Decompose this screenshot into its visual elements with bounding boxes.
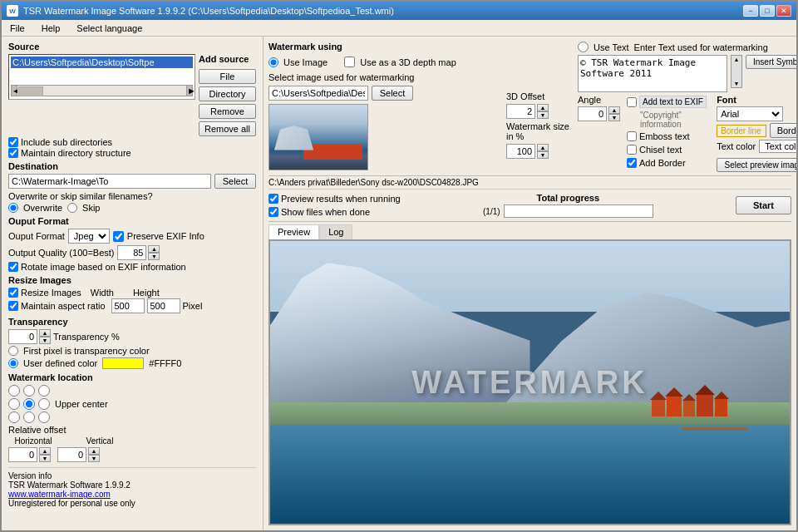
horizontal-spinner-buttons: ▲ ▼ bbox=[39, 447, 51, 462]
image-path-input[interactable] bbox=[268, 86, 368, 101]
use-text-radio[interactable] bbox=[578, 42, 589, 52]
loc-br[interactable] bbox=[38, 411, 50, 423]
loc-mr[interactable] bbox=[38, 398, 50, 410]
remove-all-button[interactable]: Remove all bbox=[199, 121, 256, 136]
maintain-structure-checkbox[interactable] bbox=[8, 148, 18, 158]
emboss-checkbox[interactable] bbox=[627, 131, 637, 141]
wm-size-input[interactable] bbox=[506, 144, 535, 159]
quality-row: Output Quality (100=Best) ▲ ▼ bbox=[8, 245, 256, 260]
use-image-radio[interactable] bbox=[268, 57, 278, 67]
progress-bar-row: (1/1) bbox=[483, 204, 653, 218]
insert-symbol-button[interactable]: Insert Symbol bbox=[746, 55, 796, 69]
vertical-input[interactable] bbox=[57, 447, 86, 462]
select-image-label: Select image used for watermarking bbox=[268, 72, 501, 82]
select-preview-button[interactable]: Select preview image bbox=[717, 158, 796, 172]
transparency-down-button[interactable]: ▼ bbox=[39, 337, 51, 344]
remove-button[interactable]: Remove bbox=[199, 104, 256, 119]
border-button[interactable]: Border bbox=[770, 123, 796, 138]
resize-checkbox[interactable] bbox=[8, 288, 18, 298]
horizontal-down[interactable]: ▼ bbox=[39, 455, 51, 462]
vertical-down[interactable]: ▼ bbox=[88, 455, 100, 462]
scroll-up[interactable]: ▲ bbox=[734, 57, 740, 62]
quality-input[interactable] bbox=[117, 245, 146, 260]
loc-bl[interactable] bbox=[8, 411, 20, 423]
font-select[interactable]: Arial Times New Roman bbox=[717, 106, 783, 121]
loc-bc[interactable] bbox=[23, 411, 35, 423]
show-done-checkbox[interactable] bbox=[268, 207, 278, 217]
destination-select-button[interactable]: Select bbox=[214, 174, 256, 189]
3d-offset-up[interactable]: ▲ bbox=[537, 104, 549, 111]
destination-input[interactable] bbox=[8, 174, 211, 189]
skip-radio[interactable] bbox=[67, 203, 77, 213]
color-swatch[interactable] bbox=[102, 357, 144, 369]
format-select[interactable]: Jpeg PNG BMP bbox=[68, 229, 110, 244]
preview-tabs: Preview Log bbox=[268, 224, 791, 239]
menu-help[interactable]: Help bbox=[38, 22, 64, 34]
angle-down[interactable]: ▼ bbox=[608, 114, 620, 121]
angle-up[interactable]: ▲ bbox=[608, 106, 620, 114]
preview-running-checkbox[interactable] bbox=[268, 194, 278, 204]
loc-ml[interactable] bbox=[8, 398, 20, 410]
minimize-button[interactable]: − bbox=[743, 5, 758, 17]
maximize-button[interactable]: □ bbox=[760, 5, 775, 17]
transparency-up-button[interactable]: ▲ bbox=[39, 329, 51, 337]
3d-offset-input[interactable] bbox=[506, 104, 535, 119]
wm-size-down[interactable]: ▼ bbox=[537, 151, 549, 159]
loc-mc[interactable] bbox=[23, 398, 35, 410]
scrollbar-left[interactable]: ◄ bbox=[11, 85, 17, 96]
wm-size-up[interactable]: ▲ bbox=[537, 144, 549, 151]
3d-offset-down[interactable]: ▼ bbox=[537, 111, 549, 119]
upper-center-label: Upper center bbox=[55, 399, 108, 409]
title-bar-buttons: − □ ✕ bbox=[743, 5, 791, 17]
quality-up-button[interactable]: ▲ bbox=[148, 245, 160, 253]
rotate-checkbox[interactable] bbox=[8, 262, 18, 272]
3d-depth-checkbox[interactable] bbox=[344, 57, 355, 67]
file-button[interactable]: File bbox=[199, 69, 256, 84]
horizontal-up[interactable]: ▲ bbox=[39, 447, 51, 455]
maintain-structure-label: Maintain directory structure bbox=[21, 148, 131, 158]
select-image-button[interactable]: Select bbox=[372, 86, 413, 101]
quality-down-button[interactable]: ▼ bbox=[148, 253, 160, 260]
source-selected-item[interactable]: C:\Users\Softpedia\Desktop\Softpe bbox=[11, 57, 193, 68]
website-link[interactable]: www.watermark-image.com bbox=[8, 490, 256, 499]
close-button[interactable]: ✕ bbox=[776, 5, 791, 17]
loc-tl[interactable] bbox=[8, 385, 20, 397]
transparency-input[interactable] bbox=[8, 329, 37, 344]
horizontal-input[interactable] bbox=[8, 447, 37, 462]
text-color-button[interactable]: Text color bbox=[759, 140, 796, 153]
watermark-text-input[interactable]: © TSR Watermark Image Software 2011 bbox=[578, 55, 727, 92]
maintain-ratio-checkbox[interactable] bbox=[8, 301, 18, 311]
add-exif-checkbox[interactable] bbox=[627, 97, 637, 107]
scrollbar-track[interactable] bbox=[17, 85, 186, 96]
scrollbar-right[interactable]: ► bbox=[186, 85, 193, 96]
scroll-down[interactable]: ▼ bbox=[734, 81, 740, 86]
tab-log[interactable]: Log bbox=[319, 224, 352, 239]
tab-preview[interactable]: Preview bbox=[268, 224, 319, 239]
chisel-checkbox[interactable] bbox=[627, 145, 637, 155]
text-scrollbar[interactable]: ▲ ▼ bbox=[731, 55, 742, 88]
source-listbox[interactable]: C:\Users\Softpedia\Desktop\Softpe ◄ ► bbox=[8, 54, 195, 100]
angle-input[interactable] bbox=[578, 106, 607, 121]
loc-tc[interactable] bbox=[23, 385, 35, 397]
transparency-label: Transparency bbox=[8, 317, 256, 327]
user-defined-radio[interactable] bbox=[8, 358, 18, 368]
first-pixel-radio[interactable] bbox=[8, 346, 18, 356]
start-button[interactable]: Start bbox=[736, 196, 791, 214]
width-input[interactable] bbox=[111, 298, 145, 313]
output-format-section: Ouput Format Ouput Format Jpeg PNG BMP P… bbox=[8, 216, 256, 272]
text-section: Use Text Enter Text used for watermarkin… bbox=[578, 42, 796, 172]
overwrite-radio[interactable] bbox=[8, 203, 18, 213]
loc-tr[interactable] bbox=[38, 385, 50, 397]
menu-language[interactable]: Select language bbox=[73, 22, 145, 34]
main-content: Source C:\Users\Softpedia\Desktop\Softpe… bbox=[2, 37, 796, 530]
preserve-exif-checkbox[interactable] bbox=[113, 231, 124, 242]
vertical-up[interactable]: ▲ bbox=[88, 447, 100, 455]
progress-checkboxes: Preview results when running Show files … bbox=[268, 193, 401, 218]
directory-button[interactable]: Directory bbox=[199, 86, 256, 101]
add-border-checkbox[interactable] bbox=[627, 158, 637, 168]
scrollbar-thumb[interactable] bbox=[18, 86, 43, 96]
height-input[interactable] bbox=[147, 298, 180, 313]
sub-dirs-checkbox[interactable] bbox=[8, 137, 18, 147]
progress-area: Preview results when running Show files … bbox=[268, 190, 791, 222]
menu-file[interactable]: File bbox=[7, 22, 28, 34]
